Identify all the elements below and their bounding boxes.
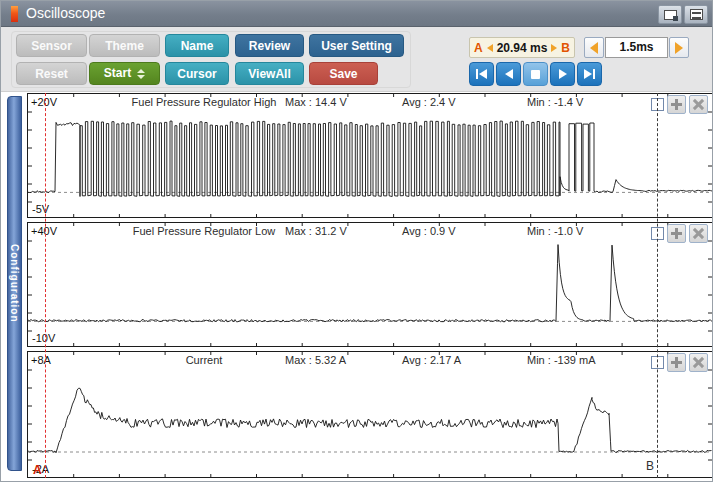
channel-panel-2: +8A Current Max : 5.32 A Avg : 2.17 A Mi… [27,351,713,478]
toolbar: Sensor Theme Name Review User Setting Re… [1,27,712,92]
channel-0-avg: Avg : 2.4 V [402,96,456,108]
channel-2-waveform [28,352,712,477]
close-icon [693,228,704,239]
channel-2-avg: Avg : 2.17 A [402,354,461,366]
layout-icon [690,9,703,20]
screenshot-button[interactable] [658,5,682,24]
close-icon [693,99,704,110]
triangle-right-icon [559,69,567,79]
window-title: Oscilloscope [26,1,105,26]
close-icon [693,357,704,368]
step-back-button[interactable] [496,62,521,86]
stop-button[interactable] [523,62,548,86]
sensor-button[interactable]: Sensor [16,34,87,57]
cursor-a-readout-label: A [474,41,483,55]
name-button[interactable]: Name [165,34,229,57]
channel-1-bottom-scale-label: -10V [32,332,55,344]
channel-0-top-scale-label: +20V [31,96,57,108]
channel-2-zoom-button[interactable] [667,353,686,372]
timebase-value[interactable]: 1.5ms [605,37,668,58]
screenshot-icon [664,10,677,20]
cursor-b-readout-label: B [561,41,570,55]
skip-to-start-button[interactable] [469,62,494,86]
channel-2-close-button[interactable] [689,353,708,372]
start-updown-icon [137,69,145,79]
bar-icon [476,69,478,79]
user-setting-button[interactable]: User Setting [309,34,404,57]
cursor-b-label: B [646,459,654,473]
channel-2-top-scale-label: +8A [31,354,51,366]
title-bar: Oscilloscope [1,1,712,27]
channel-0-max: Max : 14.4 V [285,96,347,108]
cursor-a-label: A [33,463,42,477]
start-button-label: Start [104,62,131,85]
oscilloscope-window: Oscilloscope Sensor Theme Name Review Us… [0,0,713,482]
play-forward-button[interactable] [550,62,575,86]
cursor-a-arrow-icon [487,44,493,52]
triangle-right-icon [584,69,592,79]
triangle-left-icon [505,69,513,79]
channel-2-min: Min : -139 mA [527,354,595,366]
channel-1-avg: Avg : 0.9 V [402,225,456,237]
reset-button[interactable]: Reset [16,62,87,85]
cursor-b-arrow-icon [551,44,557,52]
triangle-left-icon [479,69,487,79]
start-button[interactable]: Start [89,62,160,85]
channel-1-zoom-button[interactable] [667,224,686,243]
cursor-b-line[interactable] [657,93,658,478]
channel-0-bottom-scale-label: -5V [32,203,49,215]
save-button[interactable]: Save [309,62,378,85]
channel-panel-0: +20V Fuel Pressure Regulator High Max : … [27,93,713,218]
cursor-delta-time: 20.94 ms [497,41,548,55]
skip-to-end-button[interactable] [577,62,602,86]
plus-icon [671,99,682,110]
channel-0-close-button[interactable] [689,95,708,114]
bar-icon [593,69,595,79]
left-arrow-icon [590,42,598,54]
timebase-increase-button[interactable] [669,37,689,58]
channel-1-waveform [28,223,712,346]
plus-icon [671,357,682,368]
channel-panel-1: +40V Fuel Pressure Regulator Low Max : 3… [27,222,713,347]
review-button[interactable]: Review [235,34,304,57]
configuration-tab-label: Configuration [9,244,20,323]
channel-0-waveform [28,94,712,217]
cursor-a-line[interactable] [45,93,46,478]
channel-0-min: Min : -1.4 V [527,96,583,108]
channel-1-close-button[interactable] [689,224,708,243]
app-icon [11,6,18,22]
channel-1-max: Max : 31.2 V [285,225,347,237]
channel-0-zoom-button[interactable] [667,95,686,114]
theme-button[interactable]: Theme [89,34,160,57]
channel-1-min: Min : -1.0 V [527,225,583,237]
timebase-decrease-button[interactable] [584,37,604,58]
viewall-button[interactable]: ViewAll [235,62,304,85]
stop-icon [531,70,540,79]
cursor-time-readout: A 20.94 ms B [469,37,575,58]
plus-icon [671,228,682,239]
layout-button[interactable] [684,5,708,24]
right-arrow-icon [675,42,683,54]
configuration-tab[interactable]: Configuration [7,96,22,471]
cursor-button[interactable]: Cursor [165,62,229,85]
channel-2-max: Max : 5.32 A [285,354,346,366]
channel-1-top-scale-label: +40V [31,225,57,237]
